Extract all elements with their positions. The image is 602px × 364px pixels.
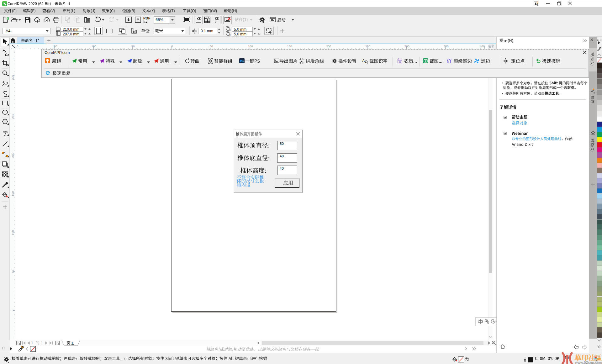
svg-text:x: x: [230, 29, 231, 31]
svg-text:31: 31: [399, 61, 401, 63]
svg-text:A: A: [362, 59, 365, 63]
svg-text:y: y: [230, 34, 231, 36]
svg-text:Ps: Ps: [240, 59, 244, 63]
